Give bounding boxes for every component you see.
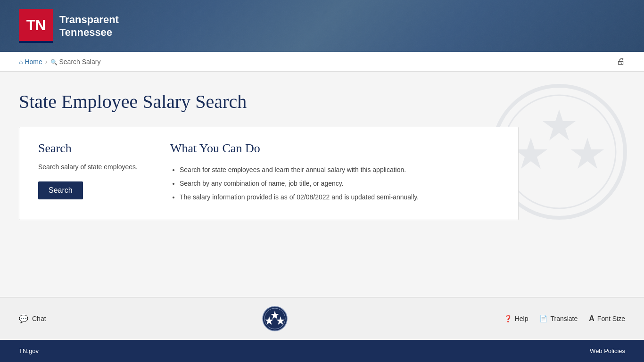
what-section-title: What You Can Do — [170, 141, 499, 156]
list-item: Search by any combination of name, job t… — [180, 178, 499, 189]
site-header: TN Transparent Tennessee — [0, 0, 644, 52]
bullet-list: Search for state employees and learn the… — [170, 164, 499, 204]
svg-marker-2 — [543, 109, 576, 140]
search-button[interactable]: Search — [38, 181, 83, 199]
what-section: What You Can Do Search for state employe… — [170, 141, 499, 206]
footer-right-actions: Help Translate Font Size — [504, 314, 625, 323]
logo-text: Transparent Tennessee — [59, 13, 119, 39]
main-content: State Employee Salary Search Search Sear… — [0, 72, 644, 297]
breadcrumb-separator: › — [45, 58, 48, 66]
logo-box: TN — [19, 9, 53, 43]
footer-seal — [262, 306, 288, 331]
help-icon — [504, 315, 512, 322]
search-icon — [50, 58, 58, 66]
search-description: Search salary of state employees. — [38, 162, 142, 172]
logo-wrapper[interactable]: TN Transparent Tennessee — [19, 9, 119, 43]
list-item: Search for state employees and learn the… — [180, 164, 499, 176]
search-section-title: Search — [38, 141, 142, 156]
search-section: Search Search salary of state employees.… — [38, 141, 142, 206]
chat-button[interactable]: Chat — [19, 314, 46, 323]
logo-tn-text: TN — [26, 16, 46, 34]
page-title: State Employee Salary Search — [19, 90, 625, 113]
font-size-icon — [589, 314, 594, 323]
list-item: The salary information provided is as of… — [180, 191, 499, 203]
print-icon — [617, 58, 625, 66]
footer-top: Chat Help Translate Font Size — [0, 297, 644, 340]
font-size-button[interactable]: Font Size — [589, 314, 625, 323]
svg-marker-3 — [514, 138, 547, 169]
breadcrumb-current: Search Salary — [50, 58, 101, 66]
tn-gov-link[interactable]: TN.gov — [19, 347, 39, 354]
breadcrumb: Home › Search Salary — [0, 52, 644, 72]
breadcrumb-home-link[interactable]: Home — [19, 58, 42, 66]
translate-button[interactable]: Translate — [539, 315, 578, 322]
translate-icon — [539, 315, 547, 322]
print-button[interactable] — [617, 57, 625, 66]
main-card: Search Search salary of state employees.… — [19, 127, 519, 220]
home-icon — [19, 58, 23, 66]
web-policies-link[interactable]: Web Policies — [590, 347, 625, 354]
translate-label: Translate — [550, 315, 578, 322]
footer-bottom: TN.gov Web Policies — [0, 340, 644, 362]
chat-icon — [19, 314, 28, 323]
help-button[interactable]: Help — [504, 315, 528, 322]
svg-marker-4 — [571, 138, 604, 169]
chat-label: Chat — [32, 315, 46, 322]
font-size-label: Font Size — [597, 315, 625, 322]
help-label: Help — [515, 315, 528, 322]
